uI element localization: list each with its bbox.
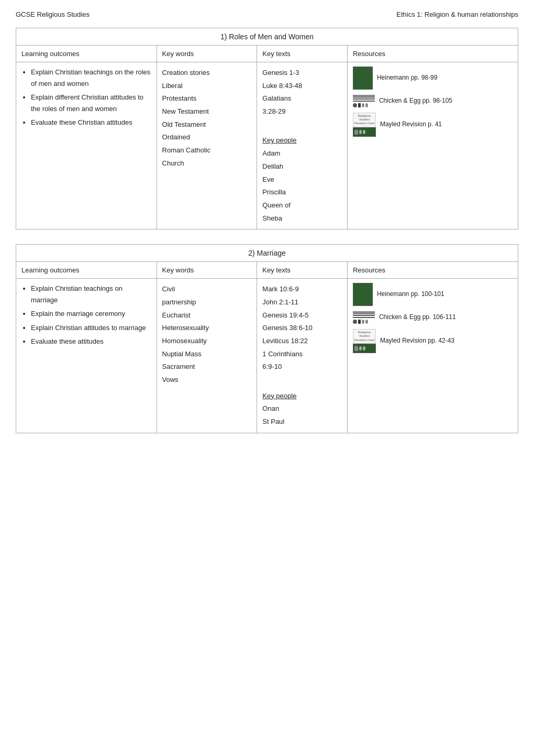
keyword-item: New Testament bbox=[162, 105, 252, 118]
section1-keywords-list: Creation stories Liberal Protestants New… bbox=[162, 67, 252, 170]
resource2-item-heinemann: Heinemann pp. 100-101 bbox=[353, 283, 513, 306]
keyword-item: Heterosexuality bbox=[162, 322, 252, 335]
section1-title-row: 1) Roles of Men and Women bbox=[16, 28, 518, 46]
keytext-item: 6:9-10 bbox=[262, 360, 342, 374]
keytext-item: Luke 8:43-48 bbox=[262, 80, 342, 93]
resource2-item-mayled: Religious StudiesRevision Card Mayled Re… bbox=[353, 329, 513, 353]
keyword-item: Nuptial Mass bbox=[162, 348, 252, 361]
section1-resources-cell: Heinemann pp. 98-99 bbox=[347, 62, 518, 229]
resource-label-chicken: Chicken & Egg pp. 98-105 bbox=[379, 97, 452, 105]
keytext-item: Leviticus 18:22 bbox=[262, 335, 342, 348]
section2-outcomes-list: Explain Christian teachings on marriage … bbox=[21, 283, 151, 347]
section2-keywords-cell: Civil partnership Eucharist Heterosexual… bbox=[157, 279, 257, 433]
heinemann-book-icon2 bbox=[353, 283, 373, 306]
section1-col-headers: Learning outcomes Key words Key texts Re… bbox=[16, 46, 518, 62]
outcome-item: Explain Christian teachings on the roles… bbox=[31, 67, 151, 90]
keyword-item: Sacrament bbox=[162, 360, 252, 374]
section2-keytexts-list: Mark 10:6-9 John 2:1-11 Genesis 19:4-5 G… bbox=[262, 283, 342, 429]
header-left: GCSE Religious Studies bbox=[16, 10, 90, 18]
keytext-item: Galatians bbox=[262, 92, 342, 105]
section2-content-row: Explain Christian teachings on marriage … bbox=[16, 279, 518, 433]
col-header-keytexts: Key texts bbox=[257, 46, 348, 62]
section1-keytexts-list: Genesis 1-3 Luke 8:43-48 Galatians 3:28-… bbox=[262, 67, 342, 225]
keyperson-item: Eve bbox=[262, 173, 342, 187]
outcome-item: Evaluate these attitudes bbox=[31, 336, 151, 347]
section1-outcomes-cell: Explain Christian teachings on the roles… bbox=[16, 62, 157, 229]
section1-outcomes-list: Explain Christian teachings on the roles… bbox=[21, 67, 151, 128]
keytext-item: Genesis 38:6-10 bbox=[262, 322, 342, 335]
resource-label-mayled: Mayled Revision p. 41 bbox=[380, 120, 442, 129]
section2-title-row: 2) Marriage bbox=[16, 245, 518, 262]
col-header-outcomes: Learning outcomes bbox=[16, 46, 157, 62]
outcome-item: Evaluate these Christian attitudes bbox=[31, 117, 151, 128]
section1-table: 1) Roles of Men and Women Learning outco… bbox=[16, 28, 518, 229]
resource2-label-heinemann: Heinemann pp. 100-101 bbox=[377, 290, 444, 299]
keyword-item: partnership bbox=[162, 296, 252, 309]
heinemann-book-icon bbox=[353, 67, 373, 90]
keytext-item: Genesis 1-3 bbox=[262, 67, 342, 80]
col-header-resources2: Resources bbox=[347, 262, 518, 279]
keyword-item: Old Testament bbox=[162, 118, 252, 132]
col-header-outcomes2: Learning outcomes bbox=[16, 262, 157, 279]
section1-content-row: Explain Christian teachings on the roles… bbox=[16, 62, 518, 229]
keyword-item: Protestants bbox=[162, 92, 252, 105]
col-header-keytexts2: Key texts bbox=[257, 262, 348, 279]
col-header-resources: Resources bbox=[347, 46, 518, 62]
section2-keywords-list: Civil partnership Eucharist Heterosexual… bbox=[162, 283, 252, 387]
keytext-item: Mark 10:6-9 bbox=[262, 283, 342, 296]
resource-label-heinemann: Heinemann pp. 98-99 bbox=[377, 74, 437, 82]
section1-title: 1) Roles of Men and Women bbox=[16, 28, 518, 46]
keyperson-item: Onan bbox=[262, 402, 342, 415]
page-header: GCSE Religious Studies Ethics 1: Religio… bbox=[16, 10, 518, 18]
resource-item-mayled: Religious StudiesRevision Card Mayled Re… bbox=[353, 113, 513, 137]
keyword-item: Liberal bbox=[162, 80, 252, 93]
section2-table: 2) Marriage Learning outcomes Key words … bbox=[16, 244, 518, 433]
header-right: Ethics 1: Religion & human relationships bbox=[396, 10, 518, 18]
section1-keytexts-cell: Genesis 1-3 Luke 8:43-48 Galatians 3:28-… bbox=[257, 62, 348, 229]
key-people-label2: Key people bbox=[262, 390, 342, 403]
keyword-item: Church bbox=[162, 157, 252, 170]
keyword-item: Eucharist bbox=[162, 309, 252, 322]
keyperson-item: Sheba bbox=[262, 212, 342, 225]
keytext-item: Genesis 19:4-5 bbox=[262, 309, 342, 322]
keyword-item: Civil bbox=[162, 283, 252, 296]
mayled-book-icon2: Religious StudiesRevision Card bbox=[353, 329, 376, 353]
section1-keywords-cell: Creation stories Liberal Protestants New… bbox=[157, 62, 257, 229]
resource2-label-mayled: Mayled Revision pp. 42-43 bbox=[380, 337, 454, 345]
section2-resources-cell: Heinemann pp. 100-101 bbox=[347, 279, 518, 433]
resource-item-heinemann: Heinemann pp. 98-99 bbox=[353, 67, 513, 90]
chicken-book-icon bbox=[353, 95, 375, 107]
keyword-item: Homosexuality bbox=[162, 335, 252, 348]
section2-outcomes-cell: Explain Christian teachings on marriage … bbox=[16, 279, 157, 433]
outcome-item: Explain Christian attitudes to marriage bbox=[31, 322, 151, 334]
col-header-keywords: Key words bbox=[157, 46, 257, 62]
outcome-item: Explain different Christian attitudes to… bbox=[31, 92, 151, 115]
chicken-book-icon2 bbox=[353, 311, 375, 324]
keyperson-item: St Paul bbox=[262, 415, 342, 429]
keyperson-item: Queen of bbox=[262, 199, 342, 212]
mayled-book-icon: Religious StudiesRevision Card bbox=[353, 113, 376, 137]
resource2-item-chicken: Chicken & Egg pp. 106-111 bbox=[353, 311, 513, 324]
keyword-item: Ordained bbox=[162, 131, 252, 144]
outcome-item: Explain the marriage ceremony bbox=[31, 308, 151, 320]
resource-item-chicken: Chicken & Egg pp. 98-105 bbox=[353, 95, 513, 107]
keyword-item: Roman Catholic bbox=[162, 144, 252, 157]
keyperson-item: Delilah bbox=[262, 160, 342, 173]
outcome-item: Explain Christian teachings on marriage bbox=[31, 283, 151, 306]
keyperson-item: Priscilla bbox=[262, 186, 342, 199]
keyword-item: Vows bbox=[162, 374, 252, 387]
keyperson-item: Adam bbox=[262, 147, 342, 160]
key-people-label: Key people bbox=[262, 134, 342, 147]
keyword-item: Creation stories bbox=[162, 67, 252, 80]
keytext-item: John 2:1-11 bbox=[262, 296, 342, 309]
keytext-item: 1 Corinthians bbox=[262, 348, 342, 361]
keytext-item: 3:28-29 bbox=[262, 105, 342, 118]
section2-title: 2) Marriage bbox=[16, 245, 518, 262]
resource2-label-chicken: Chicken & Egg pp. 106-111 bbox=[379, 313, 456, 322]
section2-col-headers: Learning outcomes Key words Key texts Re… bbox=[16, 262, 518, 279]
section2-keytexts-cell: Mark 10:6-9 John 2:1-11 Genesis 19:4-5 G… bbox=[257, 279, 348, 433]
col-header-keywords2: Key words bbox=[157, 262, 257, 279]
